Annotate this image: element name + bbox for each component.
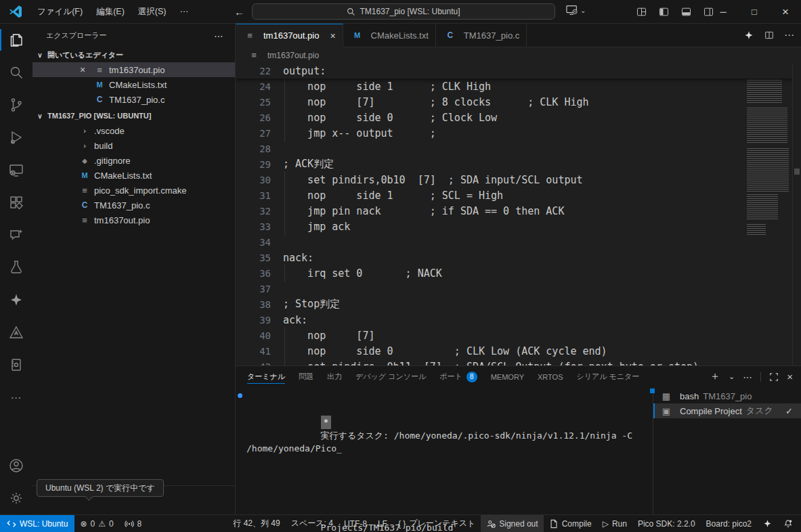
- panel-tab[interactable]: XRTOS: [538, 366, 563, 387]
- testing-icon[interactable]: [0, 251, 33, 284]
- editor-scrollbar[interactable]: [792, 63, 801, 365]
- panel-tab[interactable]: 出力: [327, 366, 342, 387]
- code-line[interactable]: 29 ; ACK判定: [236, 156, 792, 172]
- code-line[interactable]: 42 set pindirs, 0b11 [7] ; SDA/SCL Outpu…: [236, 359, 792, 365]
- breadcrumb[interactable]: ≡ tm1637out.pio: [236, 47, 801, 63]
- menu-item[interactable]: 編集(E): [89, 0, 131, 23]
- tree-item[interactable]: C TM1637_pio.c: [33, 198, 235, 213]
- close-icon[interactable]: ×: [330, 30, 335, 41]
- source-control-icon[interactable]: [0, 89, 33, 121]
- code-line[interactable]: 37: [236, 281, 792, 296]
- remote-explorer-icon[interactable]: [0, 154, 33, 186]
- terminal-dropdown-icon[interactable]: ⌄: [729, 372, 735, 381]
- code-line[interactable]: 31 nop side 1 ; SCL = High: [236, 187, 792, 203]
- tab-tm1637-pio-c[interactable]: C TM1637_pio.c: [436, 24, 527, 47]
- pico-extension-icon[interactable]: [0, 316, 33, 349]
- code-line[interactable]: 27 jmp x-- output ;: [236, 125, 792, 141]
- copilot-icon[interactable]: [0, 284, 33, 316]
- panel-tab[interactable]: シリアル モニター: [576, 366, 639, 387]
- tree-item[interactable]: ≡ pico_sdk_import.cmake: [33, 183, 235, 198]
- code-line[interactable]: 41 nop side 0 ; CLK Low (ACK cycle end): [236, 343, 792, 359]
- title-bar: ファイル(F)編集(E)選択(S)⋯ ← → TM1637_pio [WSL: …: [0, 0, 801, 24]
- tab-tm1637out-pio[interactable]: ≡ tm1637out.pio ×: [236, 24, 343, 47]
- panel-tab-bar: ターミナル 問題 出力: [236, 366, 801, 387]
- close-icon[interactable]: ×: [80, 64, 93, 75]
- tree-item[interactable]: › .vscode: [33, 123, 235, 138]
- problems-indicator[interactable]: ⊗ 0 ⚠ 0: [74, 515, 118, 532]
- copilot-status[interactable]: [757, 515, 778, 532]
- remote-indicator[interactable]: WSL: Ubuntu: [0, 515, 74, 532]
- menu-item[interactable]: ファイル(F): [30, 0, 89, 23]
- memory-board-icon[interactable]: [0, 349, 33, 381]
- maximize-button[interactable]: □: [739, 0, 770, 24]
- split-editor-icon[interactable]: [764, 30, 775, 41]
- code-line[interactable]: 39 ack:: [236, 312, 792, 328]
- code-line[interactable]: 34: [236, 234, 792, 250]
- tree-item[interactable]: ≡ tm1637out.pio: [33, 213, 235, 227]
- explorer-icon[interactable]: [0, 24, 33, 56]
- terminal-output[interactable]: * 実行するタスク: /home/yoneda/.pico-sdk/ninja/…: [236, 387, 653, 514]
- toggle-panel-icon[interactable]: [680, 6, 692, 18]
- code-line[interactable]: 25 nop [7] ; 8 clocks ; CLK High: [236, 94, 792, 110]
- ports-indicator[interactable]: 8: [119, 515, 148, 532]
- panel-more-icon[interactable]: ⋯: [743, 372, 752, 382]
- search-icon[interactable]: [0, 56, 33, 89]
- tree-item[interactable]: › build: [33, 138, 235, 153]
- open-editor-row[interactable]: × M CMakeLists.txt: [33, 77, 235, 92]
- line-number: 27: [236, 128, 271, 139]
- code-line[interactable]: 40 nop [7]: [236, 328, 792, 343]
- new-terminal-icon[interactable]: ＋: [710, 370, 720, 384]
- more-actions-icon[interactable]: ⋯: [784, 29, 794, 41]
- code-line[interactable]: 26 nop side 0 ; Clock Low: [236, 110, 792, 125]
- open-editor-row[interactable]: × C TM1637_pio.c: [33, 92, 235, 107]
- sparkle-icon[interactable]: [743, 30, 754, 41]
- panel-tab[interactable]: ポート 8: [439, 366, 477, 387]
- tab-cmakelists[interactable]: M CMakeLists.txt: [343, 24, 436, 47]
- tree-item[interactable]: M CMakeLists.txt: [33, 168, 235, 183]
- panel-tab[interactable]: 問題: [299, 366, 313, 387]
- open-editors-header[interactable]: ∨ 開いているエディター: [33, 47, 235, 62]
- code-line[interactable]: 32 jmp pin nack ; if SDA == 0 then ACK: [236, 203, 792, 219]
- workspace-header[interactable]: ∨ TM1637_PIO [WSL: UBUNTU]: [33, 108, 235, 123]
- code-line[interactable]: 36 irq set 0 ; NACK: [236, 265, 792, 281]
- code-editor[interactable]: 22 output: 24 nop side 1 ; CLK High 25: [236, 63, 801, 365]
- settings-gear-icon[interactable]: [0, 482, 33, 514]
- screencast-toggle-icon[interactable]: ⌄: [565, 4, 586, 16]
- extensions-icon[interactable]: [0, 186, 33, 219]
- terminal-instance-row[interactable]: ▣ Compile Project タスク ✓: [653, 403, 801, 418]
- panel-tab[interactable]: デバッグ コンソール: [355, 366, 426, 387]
- code-line[interactable]: 28: [236, 141, 792, 156]
- open-editor-row[interactable]: × ≡ tm1637out.pio: [33, 62, 235, 77]
- run-debug-icon[interactable]: [0, 121, 33, 154]
- minimap[interactable]: [741, 64, 792, 365]
- code-line[interactable]: 30 set pindirs,0b10 [7] ; SDA input/SCL …: [236, 172, 792, 187]
- command-center-search[interactable]: TM1637_pio [WSL: Ubuntu]: [252, 3, 555, 20]
- sidebar-more-icon[interactable]: ⋯: [214, 30, 224, 41]
- sticky-scroll-line[interactable]: 22 output:: [236, 63, 792, 79]
- more-views-icon[interactable]: ⋯: [0, 381, 33, 414]
- minimize-button[interactable]: ─: [708, 0, 739, 24]
- board-selector[interactable]: Board: pico2: [701, 515, 757, 532]
- chat-icon[interactable]: [0, 219, 33, 251]
- panel-tab[interactable]: MEMORY: [491, 366, 524, 387]
- code-line[interactable]: 33 jmp ack: [236, 219, 792, 234]
- scrollbar-thumb[interactable]: [794, 169, 800, 175]
- panel-tab[interactable]: ターミナル: [247, 366, 285, 387]
- account-icon[interactable]: [0, 449, 33, 482]
- code-line[interactable]: 38 ; Stop判定: [236, 296, 792, 312]
- back-arrow-icon[interactable]: ←: [234, 6, 244, 18]
- code-line[interactable]: 35 nack:: [236, 250, 792, 265]
- menu-item[interactable]: 選択(S): [131, 0, 173, 23]
- close-panel-icon[interactable]: ×: [787, 371, 793, 382]
- sidebar-title: エクスプローラー: [46, 30, 107, 41]
- line-text: ; ACK判定: [283, 158, 334, 171]
- maximize-panel-icon[interactable]: [769, 372, 779, 382]
- terminal-instance-row[interactable]: ▦ bash TM1637_pio: [653, 389, 801, 403]
- menu-item[interactable]: ⋯: [173, 0, 195, 23]
- customize-layout-icon[interactable]: [636, 6, 647, 18]
- toggle-sidebar-icon[interactable]: [658, 6, 670, 18]
- code-line[interactable]: 24 nop side 1 ; CLK High: [236, 79, 792, 94]
- close-button[interactable]: ×: [770, 0, 801, 24]
- notifications[interactable]: [778, 515, 801, 532]
- tree-item[interactable]: ◆ .gitignore: [33, 153, 235, 168]
